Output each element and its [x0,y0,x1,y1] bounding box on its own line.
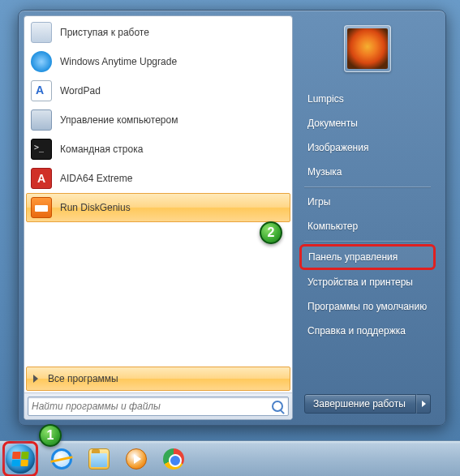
annotation-marker-1: 1 [39,424,62,447]
program-label: Windows Anytime Upgrade [60,56,177,67]
documents-item[interactable]: Документы [299,111,436,135]
start-button[interactable] [3,442,37,476]
search-row [24,392,292,419]
start-menu-right-panel: Lumpics Документы Изображения Музыка Игр… [293,15,441,420]
pictures-item[interactable]: Изображения [299,135,436,160]
media-player-icon [126,448,147,470]
program-label: Run DiskGenius [60,202,131,213]
user-name-item[interactable]: Lumpics [299,87,436,111]
taskbar [0,440,460,476]
program-item-diskgenius[interactable]: Run DiskGenius [26,193,290,222]
separator [304,241,431,242]
windows-logo-icon [11,452,28,466]
user-avatar-icon [347,28,388,69]
search-input[interactable] [32,401,272,412]
annotation-marker-2: 2 [260,221,282,244]
program-item-command-prompt[interactable]: Командная строка [26,135,290,164]
arrow-right-icon [33,375,38,383]
default-programs-item[interactable]: Программы по умолчанию [299,294,436,319]
all-programs-button[interactable]: Все программы [26,367,290,391]
wordpad-icon [31,80,52,101]
program-label: Управление компьютером [60,114,178,126]
taskbar-media-player-button[interactable] [118,444,154,474]
getting-started-icon [31,22,52,43]
shutdown-button[interactable]: Завершение работы [304,394,416,414]
program-label: AIDA64 Extreme [60,173,132,184]
help-support-item[interactable]: Справка и поддержка [299,319,436,343]
program-label: Приступая к работе [60,27,149,38]
start-menu: Приступая к работе Windows Anytime Upgra… [18,10,446,426]
program-item-anytime-upgrade[interactable]: Windows Anytime Upgrade [26,47,290,76]
music-item[interactable]: Музыка [299,160,436,184]
program-item-aida64[interactable]: AIDA64 Extreme [26,164,290,193]
anytime-upgrade-icon [31,51,52,72]
program-item-computer-management[interactable]: Управление компьютером [26,105,290,135]
command-prompt-icon [31,139,52,160]
aida64-icon [31,168,52,189]
separator [304,187,431,187]
shutdown-label: Завершение работы [313,398,406,410]
taskbar-ie-button[interactable] [44,444,80,474]
start-orb-icon [6,444,35,474]
taskbar-explorer-button[interactable] [81,444,117,474]
program-item-wordpad[interactable]: WordPad [26,76,290,105]
shutdown-options-button[interactable] [416,394,431,414]
file-explorer-icon [88,448,110,470]
arrow-right-icon [422,401,426,407]
shutdown-row: Завершение работы [299,391,436,415]
program-item-getting-started[interactable]: Приступая к работе [26,18,290,47]
internet-explorer-icon [51,448,72,470]
program-list: Приступая к работе Windows Anytime Upgra… [24,16,292,224]
devices-printers-item[interactable]: Устройства и принтеры [299,270,436,294]
search-box[interactable] [28,397,289,416]
all-programs-label: Все программы [48,373,118,384]
control-panel-item[interactable]: Панель управления [299,244,436,270]
chrome-icon [163,448,184,470]
computer-management-icon [31,109,52,131]
user-avatar-frame[interactable] [344,25,391,72]
start-menu-left-panel: Приступая к работе Windows Anytime Upgra… [24,15,293,420]
games-item[interactable]: Игры [299,190,436,214]
taskbar-chrome-button[interactable] [156,444,191,474]
diskgenius-icon [31,197,52,218]
program-label: Командная строка [60,144,143,155]
program-label: WordPad [60,85,101,96]
computer-item[interactable]: Компьютер [299,214,436,238]
search-icon[interactable] [272,401,283,412]
